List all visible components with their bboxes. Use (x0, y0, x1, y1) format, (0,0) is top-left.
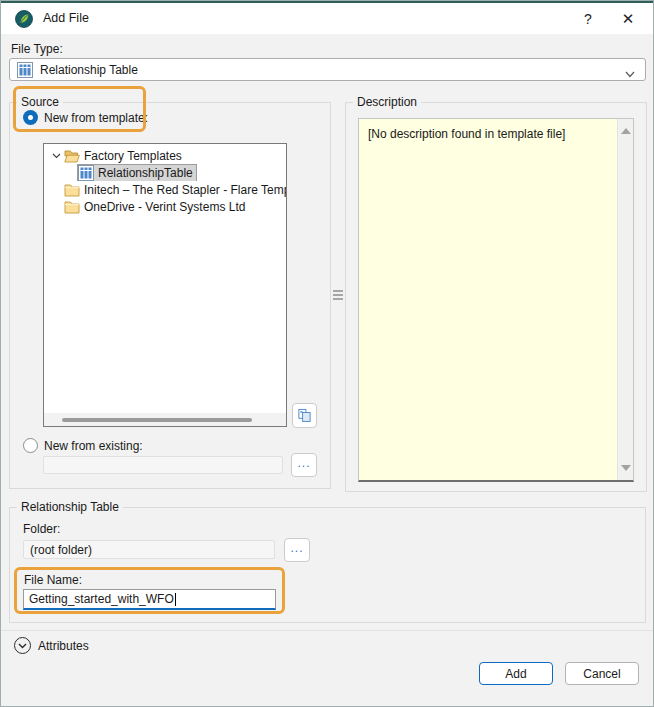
close-button[interactable]: ✕ (613, 6, 643, 32)
titlebar[interactable]: Add File ? ✕ (1, 3, 653, 34)
add-button[interactable]: Add (479, 662, 553, 685)
tree-item-label[interactable]: Factory Templates (81, 149, 185, 163)
browse-existing-button[interactable]: ... (291, 453, 317, 477)
copy-template-button[interactable] (292, 403, 317, 428)
new-from-template-radio[interactable] (23, 110, 38, 125)
tree-horizontal-scrollbar[interactable] (44, 413, 286, 426)
help-button[interactable]: ? (573, 6, 603, 32)
tree-item-label[interactable]: Initech – The Red Stapler - Flare Templa… (81, 183, 286, 197)
description-textarea[interactable]: [No description found in template file] (358, 118, 634, 482)
scroll-down-icon[interactable] (621, 465, 631, 471)
description-text: [No description found in template file] (368, 127, 609, 141)
relationship-table-icon (78, 165, 95, 181)
window-title: Add File (43, 11, 89, 25)
flare-app-icon (15, 10, 33, 28)
browse-folder-button[interactable]: ... (284, 538, 310, 562)
folder-input[interactable]: (root folder) (23, 540, 275, 559)
attributes-expander-button[interactable] (14, 637, 31, 654)
file-name-label: File Name: (24, 573, 82, 587)
relationship-table-icon (17, 62, 33, 78)
chevron-expanded-icon[interactable] (48, 153, 64, 159)
text-caret (175, 593, 176, 606)
folder-icon (64, 199, 81, 215)
splitter-grip[interactable] (332, 286, 344, 304)
template-tree[interactable]: Factory Templates RelationshipTable (43, 143, 287, 427)
copy-icon (297, 408, 312, 423)
existing-path-input[interactable] (43, 456, 283, 474)
folder-icon (64, 182, 81, 198)
description-scrollbar[interactable] (617, 119, 633, 480)
tree-row[interactable]: Factory Templates (44, 147, 286, 164)
tree-item-label[interactable]: RelationshipTable (95, 166, 196, 180)
chevron-down-icon (18, 643, 27, 649)
attributes-label[interactable]: Attributes (38, 639, 89, 653)
tree-row-selected[interactable]: RelationshipTable (44, 164, 286, 181)
scrollbar-thumb[interactable] (62, 418, 252, 422)
new-from-existing-radio[interactable] (23, 438, 38, 453)
tree-row[interactable]: OneDrive - Verint Systems Ltd (44, 198, 286, 215)
file-name-input[interactable]: Getting_started_with_WFO (23, 589, 276, 610)
description-group-label: Description (353, 95, 421, 109)
file-type-dropdown[interactable]: Relationship Table (9, 58, 646, 81)
chevron-down-icon (625, 67, 635, 81)
details-group-label: Relationship Table (17, 500, 123, 514)
footer-separator (1, 630, 654, 631)
file-name-value: Getting_started_with_WFO (29, 592, 174, 606)
folder-open-icon (64, 148, 81, 164)
add-file-dialog: Add File ? ✕ File Type: Relationship Tab… (0, 0, 654, 707)
new-from-template-label[interactable]: New from template: (44, 111, 148, 125)
cancel-button[interactable]: Cancel (565, 662, 639, 685)
new-from-existing-label[interactable]: New from existing: (44, 439, 143, 453)
tree-item-label[interactable]: OneDrive - Verint Systems Ltd (81, 200, 248, 214)
source-group-label: Source (17, 95, 63, 109)
tree-row[interactable]: Initech – The Red Stapler - Flare Templa… (44, 181, 286, 198)
scroll-up-icon[interactable] (621, 128, 631, 134)
file-type-value: Relationship Table (40, 63, 138, 77)
folder-label: Folder: (23, 522, 60, 536)
file-type-label: File Type: (11, 42, 63, 56)
